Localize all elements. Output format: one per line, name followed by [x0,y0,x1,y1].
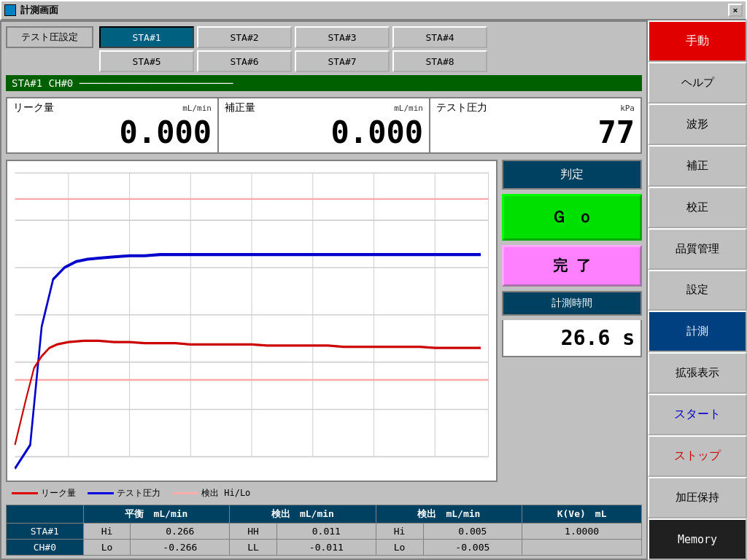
tab-sta1[interactable]: STA#1 [99,26,194,48]
app-icon [4,4,16,16]
td-lo-label: Lo [83,540,131,556]
btn-settings[interactable]: 設定 [648,270,747,311]
close-button[interactable]: × [728,4,743,17]
td-kve-empty [522,540,642,556]
table-header-row: 平衡 mL/min 検出 mL/min 検出 mL/min K(Ve) mL [7,505,642,524]
judgment-panel: 判定 Ｇ ｏ 完 了 計測時間 26.6 s [502,160,642,482]
judgment-label: 判定 [502,160,642,190]
correction-label-row: 補正量 mL/min [225,101,423,114]
pressure-block: テスト圧力 kPa 77 [429,97,642,154]
tab-area: テスト圧設定 STA#1 STA#2 STA#3 STA#4 STA#5 STA… [1,22,646,72]
legend-hilo-label: 検出 Hi/Lo [201,487,250,499]
legend-bar: リーク量 テスト圧力 検出 Hi/Lo [6,485,642,502]
td-lo2-val: -0.005 [423,540,522,556]
td-kve-val: 1.0000 [522,524,642,540]
th-heikou: 平衡 mL/min [83,505,230,524]
measurement-display: リーク量 mL/min 0.000 補正量 mL/min 0.000 テスト圧力… [6,97,642,154]
measurement-time-label: 計測時間 [502,291,642,316]
btn-measurement[interactable]: 計測 [648,311,747,352]
tab-sta6[interactable]: STA#6 [197,50,292,72]
tab-sta8[interactable]: STA#8 [392,50,487,72]
th-kve: K(Ve) mL [522,505,642,524]
status-text: STA#1 CH#0 ───────────────────────── [12,77,233,89]
td-ch0: CH#0 [7,540,84,556]
legend-leak: リーク量 [12,487,76,499]
tab-sta5[interactable]: STA#5 [99,50,194,72]
tab-row1: テスト圧設定 STA#1 STA#2 STA#3 STA#4 [6,26,642,48]
leak-label: リーク量 [13,101,54,114]
td-ll-label: LL [230,540,277,556]
td-lo-val: -0.266 [131,540,230,556]
chart-svg [7,161,496,481]
leak-unit: mL/min [182,104,212,113]
td-lo2-label: Lo [376,540,423,556]
btn-memory[interactable]: Memory [648,518,747,560]
leak-block: リーク量 mL/min 0.000 [6,97,217,154]
tab-row2: STA#5 STA#6 STA#7 STA#8 [6,50,642,72]
btn-stop[interactable]: ストップ [648,435,747,477]
leak-value: 0.000 [13,116,212,149]
th-kenshutsu2: 検出 mL/min [376,505,522,524]
td-hh-label: HH [230,524,277,540]
legend-line-pressure [88,492,114,494]
btn-quality[interactable]: 品質管理 [648,228,747,270]
table-row-2: CH#0 Lo -0.266 LL -0.011 Lo -0.005 [7,540,642,556]
test-pressure-label: テスト圧設定 [6,26,93,48]
tab-sta3[interactable]: STA#3 [295,26,390,48]
title-bar-left: 計測画面 [4,4,58,17]
th-empty [7,505,84,524]
td-hi2-val: 0.005 [423,524,522,540]
pressure-value: 77 [436,116,635,149]
title-bar: 計測画面 × [0,0,747,20]
title-text: 計測画面 [20,4,58,17]
btn-pressurize[interactable]: 加圧保持 [648,477,747,518]
correction-label: 補正量 [225,101,255,114]
btn-extended[interactable]: 拡張表示 [648,352,747,394]
td-hi-val: 0.266 [131,524,230,540]
tab-sta7[interactable]: STA#7 [295,50,390,72]
chart-judgment-area: 判定 Ｇ ｏ 完 了 計測時間 26.6 s [6,160,642,482]
td-hi-label: Hi [83,524,131,540]
th-kenshutsu1: 検出 mL/min [230,505,376,524]
btn-correction[interactable]: 補正 [648,145,747,187]
btn-help[interactable]: ヘルプ [648,62,747,104]
btn-start[interactable]: スタート [648,394,747,435]
correction-block: 補正量 mL/min 0.000 [217,97,429,154]
complete-button[interactable]: 完 了 [502,245,642,287]
table-row-1: STA#1 Hi 0.266 HH 0.011 Hi 0.005 1.0000 [7,524,642,540]
legend-hilo: 検出 Hi/Lo [172,487,250,499]
leak-label-row: リーク量 mL/min [13,101,212,114]
td-hh-val: 0.011 [276,524,376,540]
legend-line-hilo [172,492,198,494]
legend-leak-label: リーク量 [41,487,76,499]
btn-calibration[interactable]: 校正 [648,187,747,228]
tab-sta2[interactable]: STA#2 [197,26,292,48]
go-button[interactable]: Ｇ ｏ [502,194,642,241]
td-ll-val: -0.011 [276,540,376,556]
td-sta1: STA#1 [7,524,84,540]
pressure-label: テスト圧力 [436,101,487,114]
btn-manual[interactable]: 手動 [648,20,747,62]
legend-pressure: テスト圧力 [88,487,160,499]
right-panel: 手動 ヘルプ 波形 補正 校正 品質管理 設定 計測 拡張表示 スタート ストッ… [648,20,747,560]
pressure-unit: kPa [620,104,635,113]
correction-unit: mL/min [394,104,423,113]
pressure-label-row: テスト圧力 kPa [436,101,635,114]
main-container: テスト圧設定 STA#1 STA#2 STA#3 STA#4 STA#5 STA… [0,20,747,560]
measurement-time-value: 26.6 s [502,320,642,357]
chart-container [6,160,498,482]
data-table: 平衡 mL/min 検出 mL/min 検出 mL/min K(Ve) mL S… [6,505,642,556]
td-hi2-label: Hi [376,524,423,540]
legend-pressure-label: テスト圧力 [117,487,160,499]
left-panel: テスト圧設定 STA#1 STA#2 STA#3 STA#4 STA#5 STA… [0,20,648,560]
legend-line-leak [12,492,38,494]
status-bar: STA#1 CH#0 ───────────────────────── [6,75,642,91]
tab-sta4[interactable]: STA#4 [392,26,487,48]
btn-waveform[interactable]: 波形 [648,104,747,145]
correction-value: 0.000 [225,116,423,149]
